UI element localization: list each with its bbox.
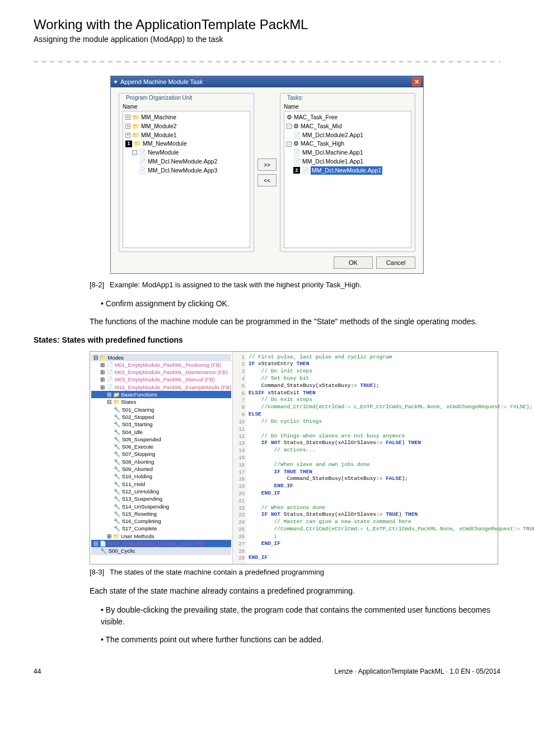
wand-icon: ✦ xyxy=(113,78,118,86)
tasks-tree[interactable]: ⚙MAC_Task_Free-⚙MAC_Task_Mid📄MM_Dcl.Modu… xyxy=(284,111,411,248)
para-2: Each state of the state machine already … xyxy=(90,585,500,596)
bullet-2a: • By double-clicking the prevailing stat… xyxy=(101,604,500,627)
project-tree[interactable]: ⊟ 📁 Modes⊞ 📄 M01_EmptyModule_PackML_Prod… xyxy=(90,352,233,564)
states-heading: States: States with predefined functions xyxy=(34,335,500,344)
tasks-fieldset: Tasks: Name ⚙MAC_Task_Free-⚙MAC_Task_Mid… xyxy=(280,93,415,252)
body-paragraph: The functions of the machine module can … xyxy=(90,316,500,327)
append-task-dialog: ✦ Append Machine Module Task ✕ Program O… xyxy=(110,76,424,274)
divider: _ _ _ _ _ _ _ _ _ _ _ _ _ _ _ _ _ _ _ _ … xyxy=(34,54,500,62)
cancel-button[interactable]: Cancel xyxy=(376,256,415,269)
confirm-bullet: • Confirm assignment by clicking OK. xyxy=(101,298,500,309)
figure-ref: [8-2] xyxy=(90,281,104,289)
pou-name-header: Name xyxy=(123,104,250,110)
figure-ref: [8-3] xyxy=(90,568,104,576)
move-left-button[interactable]: << xyxy=(257,174,277,186)
line-gutter: 1234567891011121314151617181920212223242… xyxy=(233,352,246,564)
figure-text: The states of the state machine contain … xyxy=(110,568,324,576)
pou-tree[interactable]: +📁MM_Machine+📁MM_Module2+📁MM_Module11📁MM… xyxy=(123,111,250,248)
pou-legend: Program Organization Unit xyxy=(124,95,194,101)
page-number: 44 xyxy=(34,668,41,675)
page-subtitle: Assigning the module application (ModApp… xyxy=(34,35,500,44)
move-right-button[interactable]: >> xyxy=(257,158,277,171)
bullet-2b: • The comments point out where further f… xyxy=(101,634,500,645)
close-icon[interactable]: ✕ xyxy=(412,77,421,86)
states-editor-screenshot: ⊟ 📁 Modes⊞ 📄 M01_EmptyModule_PackML_Prod… xyxy=(90,351,498,565)
figure-8-3-caption: [8-3] The states of the state machine co… xyxy=(90,568,500,576)
footer-info: Lenze · ApplicationTemplate PackML · 1.0… xyxy=(335,668,500,675)
tasks-legend: Tasks: xyxy=(285,95,305,101)
ok-button[interactable]: OK xyxy=(334,256,373,269)
figure-text: Example: ModApp1 is assigned to the task… xyxy=(110,281,362,289)
pou-fieldset: Program Organization Unit Name +📁MM_Mach… xyxy=(119,93,254,252)
dialog-title: Append Machine Module Task xyxy=(120,78,203,85)
dialog-titlebar: ✦ Append Machine Module Task ✕ xyxy=(111,76,423,87)
tasks-name-header: Name xyxy=(284,104,411,110)
figure-8-2-caption: [8-2] Example: ModApp1 is assigned to th… xyxy=(90,281,500,289)
page-title: Working with the ApplicationTemplate Pac… xyxy=(34,17,500,32)
page-footer: 44 Lenze · ApplicationTemplate PackML · … xyxy=(34,668,500,675)
code-view: // First pulse, last pulse and cyclic pr… xyxy=(246,352,534,564)
